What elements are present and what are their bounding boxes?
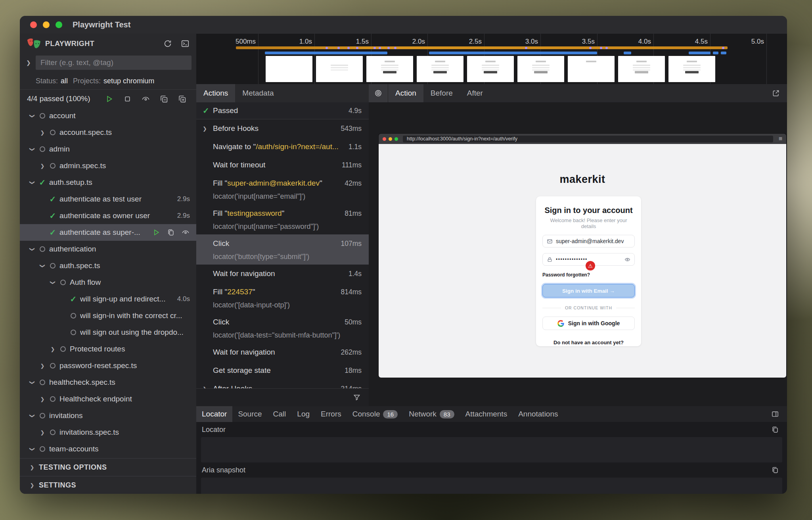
tree-item-auth-test-user[interactable]: ✓ authenticate as test user 2.9s <box>20 191 196 207</box>
film-thumbnail[interactable] <box>366 56 413 82</box>
tab-log[interactable]: Log <box>291 406 315 422</box>
terminal-icon[interactable] <box>180 38 191 49</box>
tree-item-team-accounts[interactable]: ❯ team-accounts <box>20 441 196 457</box>
tree-item-authentication[interactable]: ❯ authentication <box>20 241 196 257</box>
chevron-right-icon[interactable]: ❯ <box>37 430 48 436</box>
close-window-button[interactable] <box>30 21 37 28</box>
tree-item-admin-spec[interactable]: ❯ admin.spec.ts <box>20 157 196 174</box>
chevron-down-icon[interactable]: ❯ <box>29 444 35 454</box>
tree-item-account[interactable]: ❯ account <box>20 107 196 124</box>
watch-eye-icon[interactable] <box>141 94 150 104</box>
toggle-panel-layout-icon[interactable] <box>770 409 781 420</box>
chevron-down-icon[interactable]: ❯ <box>29 177 35 188</box>
chevron-down-icon[interactable]: ❯ <box>29 377 35 388</box>
chevron-right-icon[interactable]: ❯ <box>26 59 36 66</box>
film-thumbnail[interactable] <box>568 56 615 82</box>
film-thumbnail[interactable] <box>316 56 363 82</box>
action-item-click-mfa[interactable]: Click 50ms locator('[data-test="submit-m… <box>196 313 369 343</box>
tab-source[interactable]: Source <box>232 406 267 422</box>
film-thumbnail[interactable] <box>417 56 463 82</box>
chevron-down-icon[interactable]: ❯ <box>29 111 35 121</box>
copy-icon[interactable] <box>167 228 175 237</box>
action-item-wait-navigation-2[interactable]: Wait for navigation 262ms <box>196 343 369 361</box>
film-thumbnail[interactable] <box>266 56 312 82</box>
chevron-right-icon[interactable]: ❯ <box>48 346 58 352</box>
pick-locator-icon[interactable] <box>369 84 388 102</box>
chevron-right-icon[interactable]: ❯ <box>37 130 48 136</box>
film-thumbnail[interactable] <box>668 56 715 82</box>
filter-status-line[interactable]: Status: all Projects: setup chromium <box>36 74 154 88</box>
action-item-after-hooks[interactable]: ❯ After Hooks 314ms <box>196 380 369 389</box>
tree-item-password-reset-spec[interactable]: ❯ password-reset.spec.ts <box>20 357 196 374</box>
tree-item-healthcheck-endpoint[interactable]: ❯ Healthcheck endpoint <box>20 391 196 407</box>
action-item-wait-navigation[interactable]: Wait for navigation 1.4s <box>196 265 369 283</box>
maximize-window-button[interactable] <box>56 21 62 28</box>
tab-before[interactable]: Before <box>423 84 460 102</box>
tree-item-admin[interactable]: ❯ admin <box>20 141 196 157</box>
tree-item-invitations-spec[interactable]: ❯ invitations.spec.ts <box>20 424 196 441</box>
tree-item-auth-setup[interactable]: ❯ ✓ auth.setup.ts <box>20 174 196 191</box>
run-test-icon[interactable] <box>152 228 161 237</box>
film-thumbnail[interactable] <box>517 56 564 82</box>
chevron-down-icon[interactable]: ❯ <box>29 411 35 421</box>
tree-item-auth-owner-user[interactable]: ✓ authenticate as owner user 2.9s <box>20 207 196 224</box>
tab-network[interactable]: Network 83 <box>403 406 460 422</box>
tree-item-auth-super-admin-selected[interactable]: ✓ authenticate as super-... <box>20 224 196 241</box>
locator-editor[interactable] <box>201 437 782 462</box>
minimize-window-button[interactable] <box>43 21 50 28</box>
reload-icon[interactable] <box>162 38 173 49</box>
tree-item-healthcheck-spec[interactable]: ❯ healthcheck.spec.ts <box>20 374 196 391</box>
stop-icon[interactable] <box>123 94 132 104</box>
tree-item-auth-flow[interactable]: ❯ Auth flow <box>20 274 196 291</box>
film-strip[interactable] <box>266 56 715 82</box>
action-item-fill-email[interactable]: Fill "super-admin@makerkit.dev" 42ms loc… <box>196 174 369 204</box>
chevron-down-icon[interactable]: ❯ <box>29 144 35 154</box>
filter-input[interactable] <box>36 56 192 70</box>
trace-timeline[interactable]: 500ms 1.0s 1.5s 2.0s 2.5s 3.0s 3.5s 4.0s… <box>196 34 787 84</box>
tab-attachments[interactable]: Attachments <box>460 406 513 422</box>
chevron-down-icon[interactable]: ❯ <box>40 261 46 271</box>
action-item-before-hooks[interactable]: ❯ Before Hooks 543ms <box>196 119 369 138</box>
tree-item-signout-dropdown[interactable]: will sign out using the dropdo... <box>20 324 196 341</box>
tree-item-account-spec[interactable]: ❯ account.spec.ts <box>20 124 196 141</box>
chevron-right-icon[interactable]: ❯ <box>37 163 48 169</box>
chevron-right-icon[interactable]: ❯ <box>203 126 213 132</box>
tab-errors[interactable]: Errors <box>315 406 347 422</box>
action-item-click-submit-selected[interactable]: Click 107ms locator('button[type="submit… <box>196 234 369 265</box>
action-item-fill-otp[interactable]: Fill "224537" 814ms locator('[data-input… <box>196 283 369 313</box>
chevron-down-icon[interactable]: ❯ <box>50 277 56 288</box>
tab-call[interactable]: Call <box>268 406 292 422</box>
tree-item-auth-spec[interactable]: ❯ auth.spec.ts <box>20 257 196 274</box>
watch-eye-icon[interactable] <box>181 228 190 237</box>
action-item-fill-password[interactable]: Fill "testingpassword" 81ms locator('inp… <box>196 204 369 234</box>
chevron-right-icon[interactable]: ❯ <box>37 363 48 369</box>
section-testing-options[interactable]: ❯ TESTING OPTIONS <box>20 458 196 476</box>
tab-metadata[interactable]: Metadata <box>235 84 281 102</box>
tab-actions[interactable]: Actions <box>196 84 235 102</box>
action-item-get-storage[interactable]: Get storage state 18ms <box>196 361 369 380</box>
filter-funnel-icon[interactable] <box>351 392 362 403</box>
tree-item-signup-redirect[interactable]: ✓ will sign-up and redirect... 4.0s <box>20 291 196 307</box>
tab-console[interactable]: Console 16 <box>347 406 403 422</box>
tree-item-protected-routes[interactable]: ❯ Protected routes <box>20 341 196 357</box>
tab-annotations[interactable]: Annotations <box>513 406 563 422</box>
action-item-passed[interactable]: ✓ Passed 4.9s <box>196 102 369 119</box>
section-settings[interactable]: ❯ SETTINGS <box>20 476 196 494</box>
tab-action[interactable]: Action <box>388 84 423 102</box>
expand-all-icon[interactable] <box>177 94 187 104</box>
run-tests-icon[interactable] <box>104 94 114 104</box>
chevron-down-icon[interactable]: ❯ <box>29 244 35 254</box>
action-item-navigate[interactable]: Navigate to "/auth/sign-in?next=/aut... … <box>196 138 369 156</box>
tab-after[interactable]: After <box>460 84 490 102</box>
page-snapshot[interactable]: http://localhost:3000/auth/sign-in?next=… <box>379 134 786 378</box>
collapse-all-icon[interactable] <box>159 94 169 104</box>
aria-snapshot-editor[interactable] <box>201 478 782 494</box>
copy-icon[interactable] <box>770 424 781 435</box>
copy-icon[interactable] <box>770 464 781 476</box>
film-thumbnail[interactable] <box>467 56 514 82</box>
tree-item-invitations[interactable]: ❯ invitations <box>20 407 196 424</box>
action-item-wait-timeout[interactable]: Wait for timeout 111ms <box>196 156 369 174</box>
open-external-icon[interactable] <box>770 88 781 99</box>
tree-item-signin-correct[interactable]: will sign-in with the correct cr... <box>20 307 196 324</box>
film-thumbnail[interactable] <box>618 56 665 82</box>
